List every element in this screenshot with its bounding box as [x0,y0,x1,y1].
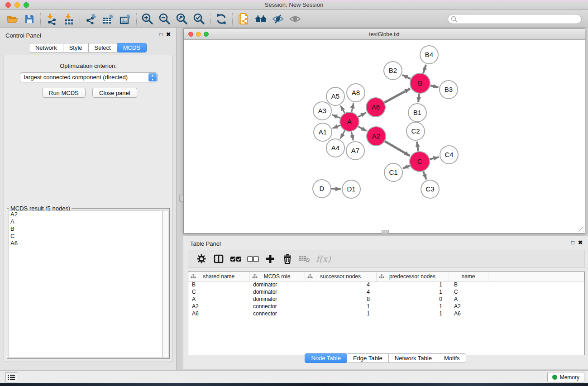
home-button[interactable] [252,11,269,27]
mcds-result-item[interactable]: A [9,218,162,225]
graph-edge-B-B2[interactable] [402,75,411,79]
task-list-icon [8,374,15,381]
graph-edge-A-A1[interactable] [332,125,340,129]
graph-edge-A-A2[interactable] [358,126,367,131]
network-document-button[interactable] [235,11,252,27]
zoom-selected-button[interactable] [191,11,208,27]
show-graphics-details-button[interactable] [287,11,304,27]
graph-edge-A2-C[interactable] [385,141,410,156]
create-column-button[interactable] [262,251,279,267]
delete-table-button[interactable] [296,251,313,267]
search-input[interactable] [448,14,582,24]
selected-criterion: largest connected component (directed) [24,74,128,81]
mcds-result-item[interactable]: C [9,233,162,240]
table-close-panel-icon[interactable]: ✖ [578,239,583,246]
graph-edge-B-B3[interactable] [430,86,438,87]
network-resize-grip[interactable] [578,227,584,233]
table-panel-tabs: Node Table Edge Table Network Table Moti… [183,353,588,363]
mcds-result-item[interactable]: A2 [9,211,162,218]
graph-edge-B-B1[interactable] [418,94,419,102]
table-row[interactable]: Cdominator41C [188,288,584,295]
hide-graphics-details-button[interactable] [269,11,287,27]
graph-node-label: A8 [352,89,360,96]
tab-edge-table[interactable]: Edge Table [347,353,389,363]
column-header-predecessor-nodes[interactable]: predecessor nodes [376,272,449,281]
select-all-columns-button[interactable] [227,251,244,267]
graph-edge-A-A7[interactable] [351,132,353,141]
show-column-panel-button[interactable] [210,251,227,267]
export-image-button[interactable] [117,11,134,27]
network-graph[interactable]: AA1A2A3A4A5A6A7A8BB1B2B3B4CC1C2C3C4DD1 [184,40,584,233]
delete-column-button[interactable] [279,251,296,267]
column-header-shared-name[interactable]: shared name [188,272,249,281]
tab-node-table[interactable]: Node Table [305,353,347,363]
column-header-successor-nodes[interactable]: successor nodes [305,272,376,281]
save-session-button[interactable] [21,11,38,27]
unselect-all-columns-button[interactable] [244,251,262,267]
graph-edge-C-C3[interactable] [423,172,426,180]
mcds-result-item[interactable]: B [9,225,162,233]
table-row[interactable]: Bdominator41B [188,281,584,288]
refresh-view-button[interactable] [213,11,230,27]
float-panel-icon[interactable]: □ [159,31,163,38]
column-label: MCDS role [264,273,291,280]
column-header-mcds-role[interactable]: MCDS role [249,272,305,281]
graph-edge-A-A3[interactable] [332,115,340,118]
mcds-result-scrollbar[interactable] [163,210,168,357]
graph-edge-C-C2[interactable] [417,142,418,151]
graph-edge-A-A6[interactable] [358,113,366,117]
import-table-button[interactable] [60,11,77,27]
graph-edge-A-A4[interactable] [340,130,345,138]
tab-select[interactable]: Select [88,43,117,52]
desktop-wallpaper-strip [0,383,588,386]
graph-edge-A6-B[interactable] [384,89,410,103]
import-network-button[interactable] [43,11,60,27]
table-float-panel-icon[interactable]: □ [571,239,574,246]
vertical-splitter-handle[interactable] [179,195,183,202]
graph-edge-A-A8[interactable] [352,103,354,112]
graph-node-label: B1 [413,109,421,116]
tab-style[interactable]: Style [63,43,89,52]
function-builder-button[interactable]: f(x) [316,254,331,264]
open-session-button[interactable] [4,11,21,27]
mcds-result-item[interactable]: A6 [9,240,162,247]
graph-edge-B-B4[interactable] [423,65,426,73]
app-titlebar: Session: New Session [0,0,588,10]
zoom-out-button[interactable] [156,11,173,27]
graph-edge-C-C1[interactable] [403,166,410,168]
network-window-titlebar[interactable]: testGlobe.txt [184,29,585,40]
gear-icon [196,254,206,264]
memory-button[interactable]: Memory [547,372,584,382]
graph-edge-C-C4[interactable] [430,157,439,159]
table-settings-button[interactable] [193,251,210,267]
optimization-criterion-select[interactable]: largest connected component (directed) ▲… [20,72,158,82]
close-panel-button[interactable]: Close panel [92,88,137,98]
close-panel-icon[interactable]: ✖ [166,31,171,38]
table-header-row: shared name MCDS role successor nodes pr… [188,272,584,281]
toolbar-separator [136,13,137,25]
task-history-button[interactable] [5,372,17,382]
control-panel-header: Control Panel □ ✖ [0,28,176,42]
graph-node-label: A2 [372,132,380,140]
hierarchy-icon [252,274,258,279]
tab-network-table[interactable]: Network Table [388,353,438,363]
horizontal-splitter-handle[interactable] [382,230,389,234]
zoom-in-icon [141,13,154,25]
table-cell-empty [488,281,584,288]
tab-motifs[interactable]: Motifs [438,353,466,363]
column-header-name[interactable]: name [449,272,488,281]
mcds-result-list[interactable]: A2ABCA6 [8,210,163,357]
zoom-fit-button[interactable] [173,11,191,27]
table-row[interactable]: Adominator80A [188,295,584,303]
table-row[interactable]: A2connector11A2 [188,303,584,310]
export-network-button[interactable] [82,11,100,27]
run-mcds-button[interactable]: Run MCDS [42,88,86,98]
export-table-button[interactable] [100,11,117,27]
column-label: name [461,273,475,280]
table-row[interactable]: A6connector11A6 [188,310,584,317]
tab-network[interactable]: Network [29,43,63,52]
graph-edge-A-A5[interactable] [340,105,344,113]
zoom-out-icon [158,13,171,25]
tab-mcds[interactable]: MCDS [117,43,147,52]
zoom-in-button[interactable] [139,11,156,27]
